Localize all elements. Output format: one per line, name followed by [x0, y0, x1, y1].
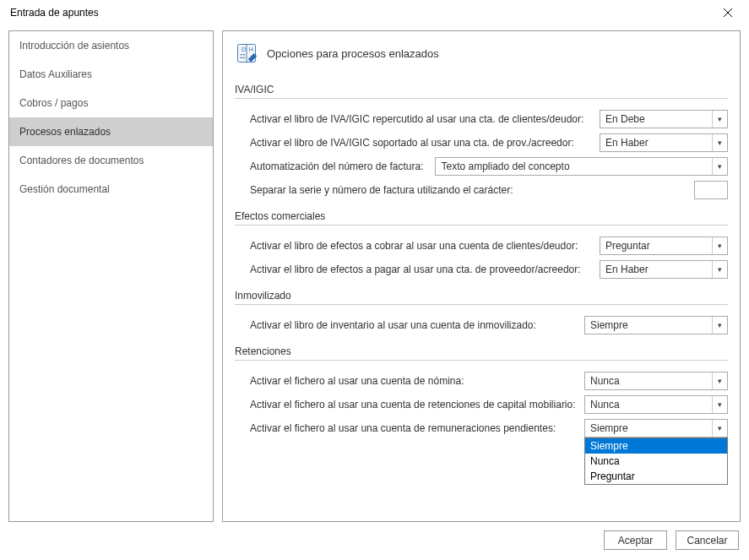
chevron-down-icon: ▾	[712, 111, 727, 128]
combo-value: En Haber	[605, 264, 649, 275]
cancel-button[interactable]: Cancelar	[676, 530, 739, 550]
combo-inventario[interactable]: Siempre ▾	[584, 316, 728, 334]
sidebar-item-cobros-pagos[interactable]: Cobros / pagos	[9, 89, 213, 117]
label-ret-remuneraciones: Activar el fichero al usar una cuenta de…	[250, 422, 556, 434]
ledger-icon: D H	[235, 41, 258, 65]
input-separador[interactable]	[694, 181, 728, 199]
label-efectos-pagar: Activar el libro de efectos a pagar al u…	[250, 264, 581, 275]
combo-ret-nomina[interactable]: Nunca ▾	[584, 372, 728, 390]
section-iva: IVA/IGIC Activar el libro de IVA/IGIC re…	[235, 84, 728, 202]
section-heading-retenciones: Retenciones	[235, 345, 728, 361]
combo-efectos-cobrar[interactable]: Preguntar ▾	[600, 237, 728, 255]
combo-value: En Debe	[605, 113, 645, 125]
label-iva-soportado: Activar el libro de IVA/IGIC soportado a…	[250, 137, 574, 149]
chevron-down-icon: ▾	[712, 158, 727, 175]
chevron-down-icon: ▾	[712, 420, 727, 437]
combo-value: Siempre	[590, 319, 628, 331]
row-ret-remuneraciones: Activar el fichero al usar una cuenta de…	[235, 416, 728, 440]
section-retenciones: Retenciones Activar el fichero al usar u…	[235, 345, 728, 440]
row-inventario: Activar el libro de inventario al usar u…	[235, 313, 728, 337]
combo-value: En Haber	[605, 137, 649, 149]
combo-ret-capital[interactable]: Nunca ▾	[584, 395, 728, 414]
close-icon	[723, 8, 733, 18]
sidebar-item-gestion-documental[interactable]: Gestión documental	[9, 175, 213, 204]
sidebar-item-introduccion[interactable]: Introducción de asientos	[9, 31, 213, 60]
row-efectos-cobrar: Activar el libro de efectos a cobrar al …	[235, 234, 728, 258]
close-button[interactable]	[715, 0, 741, 25]
row-ret-capital: Activar el fichero al usar una cuenta de…	[235, 393, 728, 416]
label-separar-serie: Separar la serie y número de factura uti…	[250, 184, 513, 196]
sidebar-item-datos-auxiliares[interactable]: Datos Auxiliares	[9, 60, 213, 89]
dropdown-ret-remuneraciones: Siempre Nunca Preguntar	[584, 438, 728, 485]
panel-header: D H Opciones para procesos enlazados	[235, 41, 728, 65]
label-efectos-cobrar: Activar el libro de efectos a cobrar al …	[250, 240, 578, 252]
row-separar-serie: Separar la serie y número de factura uti…	[235, 178, 728, 202]
accept-button[interactable]: Aceptar	[604, 530, 667, 550]
combo-value: Preguntar	[605, 240, 650, 252]
combo-value: Texto ampliado del concepto	[441, 160, 569, 172]
label-iva-repercutido: Activar el libro de IVA/IGIC repercutido…	[250, 113, 583, 125]
row-ret-nomina: Activar el fichero al usar una cuenta de…	[235, 369, 728, 393]
section-heading-inmovilizado: Inmovilizado	[235, 290, 728, 305]
window-title: Entrada de apuntes	[10, 7, 99, 19]
dropdown-option-siempre[interactable]: Siempre	[585, 438, 727, 454]
combo-iva-soportado[interactable]: En Haber ▾	[600, 133, 728, 152]
chevron-down-icon: ▾	[712, 261, 727, 278]
chevron-down-icon: ▾	[712, 317, 727, 334]
main-panel: D H Opciones para procesos enlazados IVA…	[222, 30, 741, 522]
label-inventario: Activar el libro de inventario al usar u…	[250, 319, 536, 331]
section-heading-efectos: Efectos comerciales	[235, 210, 728, 226]
combo-value: Nunca	[590, 399, 620, 410]
sidebar-item-procesos-enlazados[interactable]: Procesos enlazados	[9, 117, 213, 146]
chevron-down-icon: ▾	[712, 396, 727, 413]
row-iva-soportado: Activar el libro de IVA/IGIC soportado a…	[235, 131, 728, 155]
combo-iva-repercutido[interactable]: En Debe ▾	[600, 110, 728, 128]
sidebar: Introducción de asientos Datos Auxiliare…	[8, 30, 214, 522]
section-inmovilizado: Inmovilizado Activar el libro de inventa…	[235, 290, 728, 337]
row-auto-numero-factura: Automatización del número de factura: Te…	[235, 155, 728, 178]
combo-value: Nunca	[590, 375, 620, 387]
combo-auto-numero[interactable]: Texto ampliado del concepto ▾	[435, 157, 728, 176]
chevron-down-icon: ▾	[712, 134, 727, 151]
dialog-body: Introducción de asientos Datos Auxiliare…	[0, 25, 749, 522]
row-efectos-pagar: Activar el libro de efectos a pagar al u…	[235, 258, 728, 281]
label-auto-numero: Automatización del número de factura:	[250, 160, 423, 172]
chevron-down-icon: ▾	[712, 237, 727, 254]
dropdown-option-nunca[interactable]: Nunca	[585, 454, 727, 469]
label-ret-capital: Activar el fichero al usar una cuenta de…	[250, 399, 576, 410]
footer-buttons: Aceptar Cancelar	[604, 530, 739, 550]
panel-title: Opciones para procesos enlazados	[267, 47, 439, 60]
dropdown-option-preguntar[interactable]: Preguntar	[585, 469, 727, 484]
label-ret-nomina: Activar el fichero al usar una cuenta de…	[250, 375, 464, 387]
svg-text:D: D	[242, 46, 246, 52]
titlebar: Entrada de apuntes	[0, 0, 749, 25]
svg-text:H: H	[249, 46, 253, 52]
combo-efectos-pagar[interactable]: En Haber ▾	[600, 260, 728, 279]
row-iva-repercutido: Activar el libro de IVA/IGIC repercutido…	[235, 107, 728, 131]
sidebar-item-contadores[interactable]: Contadores de documentos	[9, 146, 213, 175]
combo-value: Siempre	[590, 422, 628, 434]
section-efectos: Efectos comerciales Activar el libro de …	[235, 210, 728, 281]
chevron-down-icon: ▾	[712, 372, 727, 389]
combo-ret-remuneraciones[interactable]: Siempre ▾	[584, 419, 728, 438]
section-heading-iva: IVA/IGIC	[235, 84, 728, 99]
